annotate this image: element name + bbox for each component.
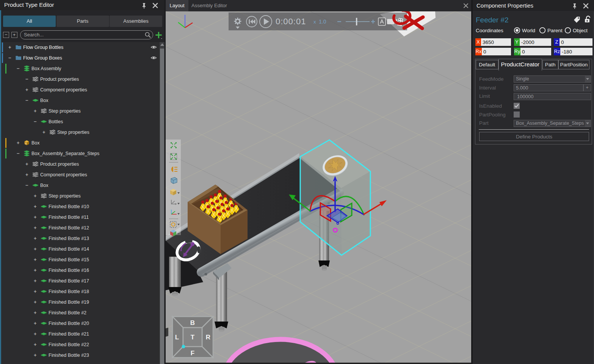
svg-text:B: B [190,319,195,326]
svg-text:F: F [191,350,194,357]
svg-text:R: R [206,334,210,341]
svg-text:T: T [191,334,195,341]
svg-text:1.0: 1.0 [319,19,326,25]
svg-text:x: x [313,19,316,25]
svg-text:0:00:01: 0:00:01 [276,17,306,26]
svg-text:L: L [175,334,179,341]
svg-text:T: T [25,142,27,146]
